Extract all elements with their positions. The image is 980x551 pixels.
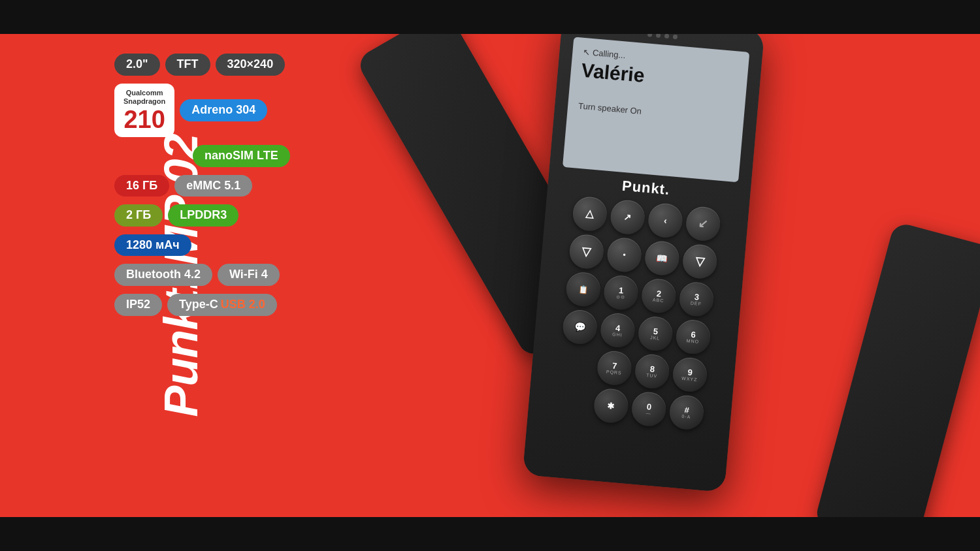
spec-row-ram: 2 ГБ LPDDR3 bbox=[114, 204, 363, 227]
key-2-sub: ABC bbox=[653, 298, 664, 303]
speaker-dot-2 bbox=[656, 34, 661, 38]
phone-back-right bbox=[813, 221, 980, 517]
key-6[interactable]: 6 MNO bbox=[675, 319, 711, 355]
spec-row-protection: IP52 Type-C USB 2.0 bbox=[114, 294, 363, 316]
badge-bluetooth: Bluetooth 4.2 bbox=[114, 264, 212, 286]
badge-usb-version: USB 2.0 bbox=[221, 298, 265, 312]
badge-storage-size: 16 ГБ bbox=[114, 175, 169, 197]
screen-action-label: Turn speaker On bbox=[578, 101, 734, 124]
top-bar bbox=[0, 0, 980, 34]
key-8-num: 8 bbox=[649, 365, 655, 374]
spec-row-display: 2.0" TFT 320×240 bbox=[114, 54, 363, 76]
key-menu-left[interactable]: ▽ bbox=[568, 233, 605, 270]
speaker-dot-1 bbox=[647, 34, 653, 37]
key-3-sub: DEF bbox=[691, 301, 702, 306]
key-star-sym: ✱ bbox=[607, 401, 615, 411]
key-6-sub: MNO bbox=[687, 338, 700, 344]
key-func-msg[interactable]: 💬 bbox=[562, 309, 598, 345]
key-5-num: 5 bbox=[653, 327, 658, 336]
key-4-num: 4 bbox=[615, 324, 621, 333]
key-hash[interactable]: # 0-A bbox=[668, 394, 705, 431]
key-3[interactable]: 3 DEF bbox=[678, 281, 715, 317]
key-7[interactable]: 7 PQRS bbox=[596, 350, 632, 386]
spec-row-storage: 16 ГБ eMMC 5.1 bbox=[114, 175, 363, 197]
key-up[interactable]: △ bbox=[572, 195, 608, 232]
key-2[interactable]: 2 ABC bbox=[640, 277, 677, 314]
key-5-sub: JKL bbox=[650, 335, 661, 340]
badge-storage-type: eMMC 5.1 bbox=[174, 175, 252, 197]
badge-screen-size: 2.0" bbox=[114, 54, 160, 76]
key-star[interactable]: ✱ bbox=[593, 387, 629, 424]
key-nav-dot[interactable]: ● bbox=[606, 236, 642, 273]
badge-battery: 1280 мАч bbox=[114, 234, 191, 257]
badge-wifi: Wi-Fi 4 bbox=[218, 264, 280, 286]
phone-keypad: △ ↗ ‹ ↙ ▽ ● 📖 ▽ 📋 1 ⊙⊙ bbox=[528, 193, 749, 433]
spec-row-sim: nanoSIM LTE bbox=[114, 145, 363, 167]
key-1[interactable]: 1 ⊙⊙ bbox=[602, 274, 639, 311]
key-3-num: 3 bbox=[694, 292, 699, 302]
key-9-sub: WXYZ bbox=[681, 376, 698, 382]
key-4[interactable]: 4 GHI bbox=[599, 312, 636, 349]
badge-display-type: TFT bbox=[165, 54, 210, 76]
spec-row-connectivity: Bluetooth 4.2 Wi-Fi 4 bbox=[114, 264, 363, 286]
key-call-accept[interactable]: ↗ bbox=[609, 199, 645, 236]
badge-ram-size: 2 ГБ bbox=[114, 204, 163, 227]
speaker-dot-3 bbox=[664, 34, 670, 39]
key-8-sub: TUV bbox=[646, 373, 658, 378]
key-call-reject[interactable]: ↙ bbox=[685, 206, 721, 242]
key-0[interactable]: 0 — bbox=[630, 390, 667, 427]
key-0-sub: — bbox=[645, 411, 651, 416]
bottom-bar bbox=[0, 517, 980, 551]
key-1-sub: ⊙⊙ bbox=[616, 294, 626, 300]
key-back[interactable]: ‹ bbox=[647, 202, 683, 239]
speaker-dot-4 bbox=[673, 35, 678, 40]
phone-screen: ↖ Calling... Valérie Turn speaker On bbox=[563, 37, 749, 182]
key-9[interactable]: 9 WXYZ bbox=[672, 356, 708, 393]
key-2-num: 2 bbox=[656, 289, 661, 298]
cpu-brand: Qualcomm Snapdragon bbox=[123, 89, 165, 106]
key-hash-sym: # bbox=[684, 405, 689, 415]
key-book[interactable]: 📖 bbox=[644, 240, 680, 276]
key-1-num: 1 bbox=[619, 286, 624, 295]
badge-sim: nanoSIM LTE bbox=[193, 145, 290, 167]
key-4-sub: GHI bbox=[612, 332, 623, 337]
key-6-num: 6 bbox=[691, 330, 696, 339]
phone-front: ↖ Calling... Valérie Turn speaker On Pun… bbox=[523, 34, 765, 492]
badge-usb-type: Type-C USB 2.0 bbox=[167, 294, 277, 316]
key-0-num: 0 bbox=[646, 402, 651, 411]
key-menu-right[interactable]: ▽ bbox=[681, 243, 718, 279]
cpu-model: 210 bbox=[123, 107, 165, 132]
key-8[interactable]: 8 TUV bbox=[634, 353, 670, 390]
badge-gpu: Adreno 304 bbox=[180, 99, 267, 121]
key-7-num: 7 bbox=[612, 362, 617, 371]
spec-row-cpu: Qualcomm Snapdragon 210 Adreno 304 bbox=[114, 84, 363, 137]
content-area: Punkt. MP 02 2.0" TFT 320×240 Qualcomm S… bbox=[0, 34, 980, 517]
badge-resolution: 320×240 bbox=[216, 54, 286, 76]
key-5[interactable]: 5 JKL bbox=[637, 315, 674, 352]
badge-ip-rating: IP52 bbox=[114, 294, 162, 316]
badge-ram-type: LPDDR3 bbox=[168, 204, 238, 227]
key-7-sub: PQRS bbox=[606, 370, 622, 375]
badge-cpu: Qualcomm Snapdragon 210 bbox=[114, 84, 174, 137]
key-hash-sub: 0-A bbox=[681, 414, 691, 419]
key-func-left2[interactable]: 📋 bbox=[565, 271, 602, 307]
key-9-num: 9 bbox=[687, 368, 693, 377]
specs-area: 2.0" TFT 320×240 Qualcomm Snapdragon 210… bbox=[114, 54, 363, 324]
phone-area: ↖ Calling... Valérie Turn speaker On Pun… bbox=[392, 34, 980, 517]
spec-row-battery: 1280 мАч bbox=[114, 234, 363, 257]
